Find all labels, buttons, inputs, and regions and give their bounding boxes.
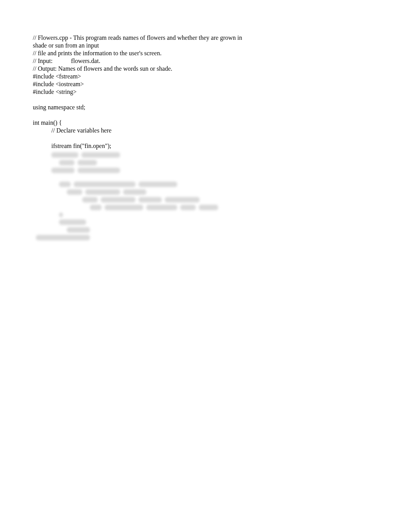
code-line: // Declare variables here bbox=[33, 127, 377, 134]
blur-row bbox=[51, 197, 252, 202]
code-line: // Flowers.cpp - This program reads name… bbox=[33, 34, 377, 42]
blur-chunk bbox=[85, 189, 120, 195]
code-line: // Input: flowers.dat. bbox=[33, 57, 377, 65]
blur-chunk bbox=[51, 168, 75, 173]
blur-chunk bbox=[101, 197, 136, 202]
blur-row bbox=[51, 175, 252, 179]
blur-chunk bbox=[59, 182, 71, 187]
blur-row bbox=[51, 235, 252, 240]
blur-chunk bbox=[74, 182, 136, 187]
blurred-region bbox=[51, 152, 252, 240]
blur-chunk bbox=[59, 219, 86, 225]
blur-row bbox=[51, 219, 252, 225]
code-line: #include <string> bbox=[33, 88, 377, 96]
blur-row bbox=[51, 205, 252, 210]
code-line: // file and prints the information to th… bbox=[33, 49, 377, 57]
blur-chunk bbox=[139, 182, 177, 187]
code-line: ifstream fin("fin.open"); bbox=[33, 142, 377, 150]
blur-chunk bbox=[78, 160, 97, 165]
blur-row bbox=[51, 212, 252, 217]
blur-chunk bbox=[146, 205, 177, 210]
blur-chunk bbox=[139, 197, 162, 202]
blur-row bbox=[51, 160, 252, 165]
blur-chunk bbox=[51, 152, 78, 158]
blur-chunk bbox=[105, 205, 143, 210]
blur-chunk bbox=[82, 197, 98, 202]
code-line: // Output: Names of flowers and the word… bbox=[33, 65, 377, 73]
code-line: using namespace std; bbox=[33, 104, 377, 111]
code-line: #include <fstream> bbox=[33, 73, 377, 80]
blur-chunk bbox=[199, 205, 218, 210]
blur-chunk bbox=[180, 205, 196, 210]
document-page: // Flowers.cpp - This program reads name… bbox=[0, 0, 410, 240]
blank-line bbox=[33, 111, 377, 119]
blur-chunk bbox=[59, 160, 75, 165]
blank-line bbox=[33, 96, 377, 104]
blur-chunk bbox=[67, 189, 82, 195]
blur-chunk bbox=[90, 205, 102, 210]
blur-chunk bbox=[81, 152, 120, 158]
blur-chunk bbox=[59, 212, 63, 217]
blur-row bbox=[51, 152, 252, 158]
code-line: shade or sun from an input bbox=[33, 42, 377, 49]
blur-chunk bbox=[123, 189, 146, 195]
blur-chunk bbox=[165, 197, 200, 202]
blank-line bbox=[33, 134, 377, 142]
blur-row bbox=[51, 189, 252, 195]
blur-chunk bbox=[36, 235, 90, 240]
blur-row bbox=[51, 227, 252, 233]
code-line: #include <iostream> bbox=[33, 80, 377, 88]
blur-row bbox=[51, 182, 252, 187]
blur-row bbox=[51, 168, 252, 173]
blur-chunk bbox=[67, 227, 90, 233]
blur-chunk bbox=[78, 168, 120, 173]
code-line: int main() { bbox=[33, 119, 377, 127]
